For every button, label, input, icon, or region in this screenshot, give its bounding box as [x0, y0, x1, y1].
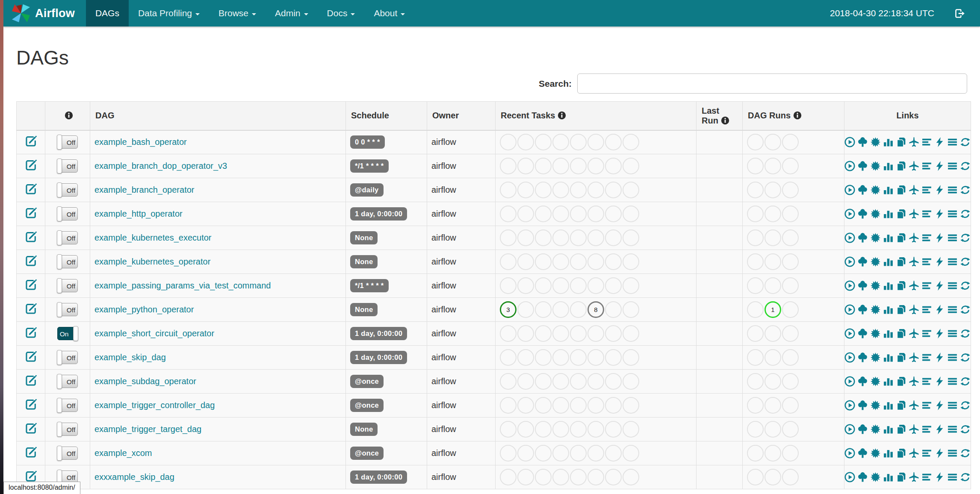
- nav-item-admin[interactable]: Admin: [266, 0, 318, 26]
- align-left-icon[interactable]: [921, 137, 932, 147]
- justify-icon[interactable]: [947, 472, 958, 482]
- task-state-circle[interactable]: [605, 397, 622, 414]
- dag-run-state-circle[interactable]: [782, 397, 799, 414]
- schedule-badge[interactable]: 1 day, 0:00:00: [350, 470, 407, 484]
- refresh-icon[interactable]: [960, 304, 971, 315]
- task-state-circle[interactable]: [517, 206, 534, 222]
- bar-chart-icon[interactable]: [883, 472, 894, 482]
- task-state-circle[interactable]: [605, 229, 622, 246]
- dag-run-state-circle[interactable]: [765, 349, 781, 366]
- task-state-circle[interactable]: [570, 229, 587, 246]
- dag-link[interactable]: example_python_operator: [94, 305, 194, 314]
- dag-link[interactable]: example_branch_dop_operator_v3: [94, 161, 227, 171]
- task-state-circle[interactable]: [587, 469, 604, 485]
- dag-run-state-circle[interactable]: [765, 469, 781, 485]
- dag-run-state-circle[interactable]: [747, 349, 764, 366]
- task-state-circle[interactable]: [570, 301, 587, 318]
- dag-pause-toggle[interactable]: Off: [57, 303, 78, 316]
- schedule-badge[interactable]: @daily: [350, 183, 384, 197]
- nav-item-data-profiling[interactable]: Data Profiling: [129, 0, 209, 26]
- dag-pause-toggle[interactable]: Off: [57, 255, 78, 268]
- dag-run-state-circle[interactable]: [747, 229, 764, 246]
- task-state-circle[interactable]: [517, 182, 534, 198]
- align-left-icon[interactable]: [921, 185, 932, 195]
- refresh-icon[interactable]: [960, 448, 971, 459]
- bolt-icon[interactable]: [934, 161, 945, 171]
- align-left-icon[interactable]: [921, 376, 932, 387]
- task-state-circle[interactable]: [517, 397, 534, 414]
- dag-pause-toggle[interactable]: On: [57, 327, 78, 340]
- align-left-icon[interactable]: [921, 472, 932, 482]
- dag-run-state-circle[interactable]: [782, 421, 799, 438]
- task-state-circle[interactable]: [570, 469, 587, 485]
- task-state-circle[interactable]: [570, 158, 587, 174]
- dag-run-state-circle[interactable]: [782, 229, 799, 246]
- task-state-circle[interactable]: [605, 325, 622, 342]
- edit-dag-button[interactable]: [25, 255, 37, 267]
- nav-item-about[interactable]: About: [364, 0, 414, 26]
- task-state-circle[interactable]: [500, 206, 517, 222]
- task-state-circle[interactable]: [517, 373, 534, 390]
- starburst-icon[interactable]: [870, 328, 881, 339]
- bar-chart-icon[interactable]: [883, 424, 894, 435]
- copy-icon[interactable]: [896, 448, 906, 459]
- dag-link[interactable]: example_short_circuit_operator: [94, 329, 214, 338]
- justify-icon[interactable]: [947, 209, 958, 219]
- justify-icon[interactable]: [947, 161, 958, 171]
- task-state-circle[interactable]: [517, 253, 534, 270]
- task-state-circle[interactable]: [517, 134, 534, 150]
- copy-icon[interactable]: [896, 280, 906, 291]
- play-circle-icon[interactable]: [844, 185, 855, 195]
- schedule-badge[interactable]: */1 * * * *: [350, 159, 389, 173]
- tree-icon[interactable]: [857, 448, 868, 459]
- nav-item-docs[interactable]: Docs: [318, 0, 365, 26]
- dag-run-state-circle[interactable]: [782, 277, 799, 294]
- refresh-icon[interactable]: [960, 352, 971, 363]
- task-state-circle[interactable]: [587, 397, 604, 414]
- task-state-circle[interactable]: [552, 469, 569, 485]
- bar-chart-icon[interactable]: [883, 232, 894, 243]
- schedule-badge[interactable]: */1 * * * *: [350, 279, 389, 292]
- task-state-circle[interactable]: [623, 277, 639, 294]
- bar-chart-icon[interactable]: [883, 209, 894, 219]
- justify-icon[interactable]: [947, 137, 958, 147]
- dag-run-state-circle[interactable]: [782, 373, 799, 390]
- schedule-badge[interactable]: None: [350, 231, 378, 244]
- tree-icon[interactable]: [857, 400, 868, 411]
- task-state-circle[interactable]: [605, 158, 622, 174]
- justify-icon[interactable]: [947, 328, 958, 339]
- dag-run-state-circle[interactable]: [765, 182, 781, 198]
- play-circle-icon[interactable]: [844, 472, 855, 482]
- task-state-circle[interactable]: [500, 469, 517, 485]
- task-state-circle[interactable]: [535, 421, 552, 438]
- starburst-icon[interactable]: [870, 472, 881, 482]
- dag-run-state-circle[interactable]: [747, 469, 764, 485]
- task-state-circle[interactable]: [587, 325, 604, 342]
- search-input[interactable]: [577, 74, 967, 94]
- play-circle-icon[interactable]: [844, 400, 855, 411]
- task-state-circle[interactable]: [535, 325, 552, 342]
- task-state-circle[interactable]: [570, 182, 587, 198]
- justify-icon[interactable]: [947, 232, 958, 243]
- edit-dag-button[interactable]: [25, 447, 37, 458]
- task-state-circle[interactable]: [552, 134, 569, 150]
- task-state-circle[interactable]: [500, 277, 517, 294]
- bolt-icon[interactable]: [934, 352, 945, 363]
- bolt-icon[interactable]: [934, 209, 945, 219]
- refresh-icon[interactable]: [960, 137, 971, 147]
- dag-link[interactable]: example_bash_operator: [94, 137, 187, 147]
- dag-run-state-circle[interactable]: 1: [765, 301, 781, 318]
- task-state-circle[interactable]: [500, 397, 517, 414]
- dag-link[interactable]: example_xcom: [94, 448, 152, 458]
- bolt-icon[interactable]: [934, 328, 945, 339]
- task-state-circle[interactable]: [552, 182, 569, 198]
- bolt-icon[interactable]: [934, 376, 945, 387]
- dag-run-state-circle[interactable]: [765, 158, 781, 174]
- task-state-circle[interactable]: [570, 206, 587, 222]
- dag-pause-toggle[interactable]: Off: [57, 423, 78, 436]
- edit-dag-button[interactable]: [25, 375, 37, 386]
- task-state-circle[interactable]: [535, 397, 552, 414]
- justify-icon[interactable]: [947, 376, 958, 387]
- align-left-icon[interactable]: [921, 304, 932, 315]
- dag-pause-toggle[interactable]: Off: [57, 159, 78, 173]
